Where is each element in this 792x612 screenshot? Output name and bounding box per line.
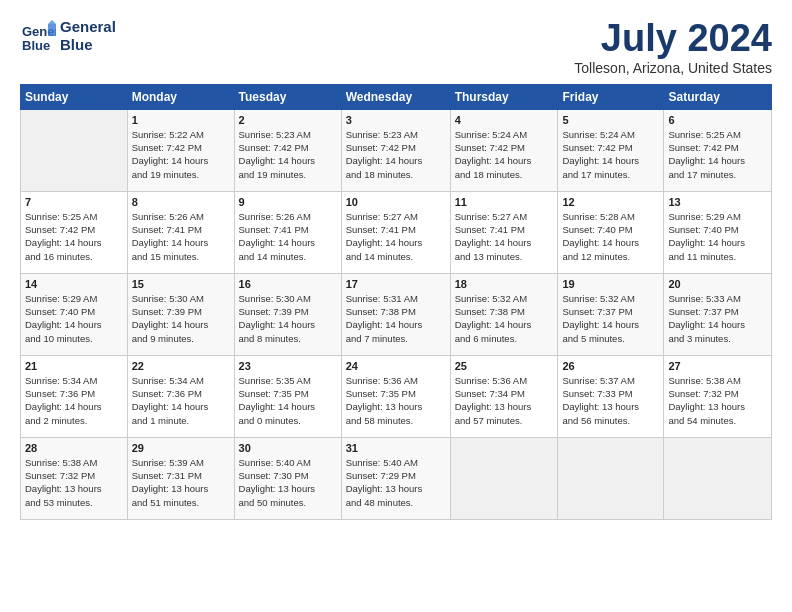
day-number: 1 [132, 114, 230, 126]
day-detail: Sunrise: 5:24 AMSunset: 7:42 PMDaylight:… [455, 128, 554, 181]
calendar-cell: 5Sunrise: 5:24 AMSunset: 7:42 PMDaylight… [558, 109, 664, 191]
day-detail: Sunrise: 5:39 AMSunset: 7:31 PMDaylight:… [132, 456, 230, 509]
week-row-2: 7Sunrise: 5:25 AMSunset: 7:42 PMDaylight… [21, 191, 772, 273]
calendar-cell [450, 437, 558, 519]
day-number: 3 [346, 114, 446, 126]
calendar-cell: 6Sunrise: 5:25 AMSunset: 7:42 PMDaylight… [664, 109, 772, 191]
calendar-cell: 19Sunrise: 5:32 AMSunset: 7:37 PMDayligh… [558, 273, 664, 355]
day-detail: Sunrise: 5:38 AMSunset: 7:32 PMDaylight:… [668, 374, 767, 427]
calendar-cell: 8Sunrise: 5:26 AMSunset: 7:41 PMDaylight… [127, 191, 234, 273]
calendar-cell: 13Sunrise: 5:29 AMSunset: 7:40 PMDayligh… [664, 191, 772, 273]
day-detail: Sunrise: 5:25 AMSunset: 7:42 PMDaylight:… [25, 210, 123, 263]
day-detail: Sunrise: 5:38 AMSunset: 7:32 PMDaylight:… [25, 456, 123, 509]
day-number: 17 [346, 278, 446, 290]
day-number: 6 [668, 114, 767, 126]
day-number: 8 [132, 196, 230, 208]
day-detail: Sunrise: 5:35 AMSunset: 7:35 PMDaylight:… [239, 374, 337, 427]
day-detail: Sunrise: 5:34 AMSunset: 7:36 PMDaylight:… [25, 374, 123, 427]
day-detail: Sunrise: 5:37 AMSunset: 7:33 PMDaylight:… [562, 374, 659, 427]
calendar-cell: 9Sunrise: 5:26 AMSunset: 7:41 PMDaylight… [234, 191, 341, 273]
calendar-cell: 28Sunrise: 5:38 AMSunset: 7:32 PMDayligh… [21, 437, 128, 519]
day-detail: Sunrise: 5:25 AMSunset: 7:42 PMDaylight:… [668, 128, 767, 181]
day-detail: Sunrise: 5:29 AMSunset: 7:40 PMDaylight:… [668, 210, 767, 263]
day-number: 16 [239, 278, 337, 290]
header: General Blue General Blue July 2024 Toll… [20, 18, 772, 76]
header-tuesday: Tuesday [234, 84, 341, 109]
calendar-cell: 18Sunrise: 5:32 AMSunset: 7:38 PMDayligh… [450, 273, 558, 355]
day-number: 15 [132, 278, 230, 290]
day-detail: Sunrise: 5:27 AMSunset: 7:41 PMDaylight:… [455, 210, 554, 263]
week-row-4: 21Sunrise: 5:34 AMSunset: 7:36 PMDayligh… [21, 355, 772, 437]
day-number: 25 [455, 360, 554, 372]
calendar-cell: 25Sunrise: 5:36 AMSunset: 7:34 PMDayligh… [450, 355, 558, 437]
calendar-cell: 23Sunrise: 5:35 AMSunset: 7:35 PMDayligh… [234, 355, 341, 437]
week-row-3: 14Sunrise: 5:29 AMSunset: 7:40 PMDayligh… [21, 273, 772, 355]
day-detail: Sunrise: 5:33 AMSunset: 7:37 PMDaylight:… [668, 292, 767, 345]
header-thursday: Thursday [450, 84, 558, 109]
day-number: 20 [668, 278, 767, 290]
calendar-cell: 4Sunrise: 5:24 AMSunset: 7:42 PMDaylight… [450, 109, 558, 191]
day-detail: Sunrise: 5:26 AMSunset: 7:41 PMDaylight:… [132, 210, 230, 263]
svg-marker-3 [48, 20, 56, 24]
day-number: 24 [346, 360, 446, 372]
day-detail: Sunrise: 5:23 AMSunset: 7:42 PMDaylight:… [346, 128, 446, 181]
svg-marker-2 [48, 24, 56, 36]
header-wednesday: Wednesday [341, 84, 450, 109]
day-number: 22 [132, 360, 230, 372]
week-row-1: 1Sunrise: 5:22 AMSunset: 7:42 PMDaylight… [21, 109, 772, 191]
day-number: 14 [25, 278, 123, 290]
header-sunday: Sunday [21, 84, 128, 109]
calendar-cell: 30Sunrise: 5:40 AMSunset: 7:30 PMDayligh… [234, 437, 341, 519]
calendar-cell: 24Sunrise: 5:36 AMSunset: 7:35 PMDayligh… [341, 355, 450, 437]
day-detail: Sunrise: 5:31 AMSunset: 7:38 PMDaylight:… [346, 292, 446, 345]
day-detail: Sunrise: 5:23 AMSunset: 7:42 PMDaylight:… [239, 128, 337, 181]
calendar-cell [558, 437, 664, 519]
day-number: 18 [455, 278, 554, 290]
logo: General Blue General Blue [20, 18, 116, 54]
day-number: 31 [346, 442, 446, 454]
day-number: 27 [668, 360, 767, 372]
calendar-cell: 22Sunrise: 5:34 AMSunset: 7:36 PMDayligh… [127, 355, 234, 437]
calendar-cell [21, 109, 128, 191]
calendar-cell: 15Sunrise: 5:30 AMSunset: 7:39 PMDayligh… [127, 273, 234, 355]
day-number: 5 [562, 114, 659, 126]
day-number: 13 [668, 196, 767, 208]
title-area: July 2024 Tolleson, Arizona, United Stat… [574, 18, 772, 76]
day-detail: Sunrise: 5:34 AMSunset: 7:36 PMDaylight:… [132, 374, 230, 427]
day-number: 21 [25, 360, 123, 372]
calendar-cell: 31Sunrise: 5:40 AMSunset: 7:29 PMDayligh… [341, 437, 450, 519]
calendar-cell: 16Sunrise: 5:30 AMSunset: 7:39 PMDayligh… [234, 273, 341, 355]
day-number: 9 [239, 196, 337, 208]
logo-text-line1: General [60, 18, 116, 36]
day-number: 2 [239, 114, 337, 126]
logo-text-line2: Blue [60, 36, 116, 54]
day-number: 10 [346, 196, 446, 208]
calendar-cell: 12Sunrise: 5:28 AMSunset: 7:40 PMDayligh… [558, 191, 664, 273]
day-number: 11 [455, 196, 554, 208]
day-number: 4 [455, 114, 554, 126]
calendar-table: SundayMondayTuesdayWednesdayThursdayFrid… [20, 84, 772, 520]
location: Tolleson, Arizona, United States [574, 60, 772, 76]
calendar-cell: 20Sunrise: 5:33 AMSunset: 7:37 PMDayligh… [664, 273, 772, 355]
calendar-cell: 21Sunrise: 5:34 AMSunset: 7:36 PMDayligh… [21, 355, 128, 437]
calendar-header-row: SundayMondayTuesdayWednesdayThursdayFrid… [21, 84, 772, 109]
day-detail: Sunrise: 5:32 AMSunset: 7:38 PMDaylight:… [455, 292, 554, 345]
calendar-cell: 1Sunrise: 5:22 AMSunset: 7:42 PMDaylight… [127, 109, 234, 191]
calendar-cell: 11Sunrise: 5:27 AMSunset: 7:41 PMDayligh… [450, 191, 558, 273]
calendar-cell: 2Sunrise: 5:23 AMSunset: 7:42 PMDaylight… [234, 109, 341, 191]
day-number: 23 [239, 360, 337, 372]
calendar-cell [664, 437, 772, 519]
calendar-cell: 14Sunrise: 5:29 AMSunset: 7:40 PMDayligh… [21, 273, 128, 355]
day-detail: Sunrise: 5:40 AMSunset: 7:29 PMDaylight:… [346, 456, 446, 509]
calendar-cell: 3Sunrise: 5:23 AMSunset: 7:42 PMDaylight… [341, 109, 450, 191]
day-number: 29 [132, 442, 230, 454]
day-detail: Sunrise: 5:29 AMSunset: 7:40 PMDaylight:… [25, 292, 123, 345]
calendar-cell: 10Sunrise: 5:27 AMSunset: 7:41 PMDayligh… [341, 191, 450, 273]
day-detail: Sunrise: 5:40 AMSunset: 7:30 PMDaylight:… [239, 456, 337, 509]
svg-text:Blue: Blue [22, 38, 50, 53]
day-number: 26 [562, 360, 659, 372]
calendar-cell: 17Sunrise: 5:31 AMSunset: 7:38 PMDayligh… [341, 273, 450, 355]
header-monday: Monday [127, 84, 234, 109]
day-detail: Sunrise: 5:36 AMSunset: 7:35 PMDaylight:… [346, 374, 446, 427]
day-detail: Sunrise: 5:24 AMSunset: 7:42 PMDaylight:… [562, 128, 659, 181]
